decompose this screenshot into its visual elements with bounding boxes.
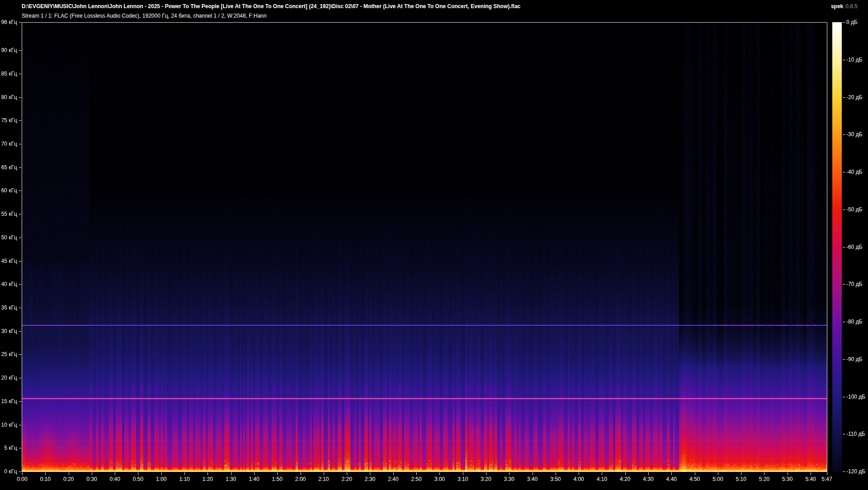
time-tick <box>161 472 162 475</box>
time-tick <box>811 472 811 475</box>
time-tick-label: 3:20 <box>481 476 491 482</box>
freq-tick <box>19 97 21 98</box>
freq-tick <box>19 401 21 402</box>
freq-tick <box>19 190 21 191</box>
freq-tick <box>19 284 21 285</box>
time-tick-label: 0:20 <box>63 476 74 482</box>
freq-tick <box>19 378 21 378</box>
time-tick-label: 5:47 <box>821 476 832 482</box>
time-tick <box>208 472 208 475</box>
freq-tick <box>19 214 21 214</box>
freq-tick <box>19 144 21 144</box>
db-tick <box>843 22 845 23</box>
time-tick <box>416 472 417 475</box>
freq-tick-label: 30 кГц <box>0 328 17 334</box>
time-tick-label: 4:50 <box>689 476 700 482</box>
freq-tick-label: 15 кГц <box>0 399 17 404</box>
freq-tick-label: 70 кГц <box>0 141 17 147</box>
time-tick <box>671 472 672 475</box>
time-tick-label: 4:00 <box>573 476 584 482</box>
freq-tick <box>19 425 21 425</box>
time-tick <box>533 472 533 475</box>
db-tick-label: -60 дБ <box>846 244 863 250</box>
time-tick-label: 3:10 <box>458 476 468 482</box>
time-tick-label: 3:30 <box>504 476 514 482</box>
time-tick-label: 5:40 <box>805 476 816 482</box>
time-tick-label: 0:50 <box>133 476 143 482</box>
freq-tick-label: 96 кГц <box>0 19 17 25</box>
time-tick <box>231 472 231 475</box>
time-tick-label: 1:20 <box>203 476 213 482</box>
time-tick-label: 3:00 <box>434 476 445 482</box>
time-tick <box>827 472 827 475</box>
db-tick <box>843 471 845 472</box>
time-tick-label: 2:40 <box>388 476 398 482</box>
db-tick <box>843 397 845 397</box>
freq-tick-label: 35 кГц <box>0 305 17 310</box>
time-tick <box>764 472 764 475</box>
freq-tick-label: 85 кГц <box>0 71 17 76</box>
time-tick <box>602 472 602 475</box>
time-tick <box>69 472 69 475</box>
time-tick <box>439 472 440 475</box>
time-tick <box>648 472 649 475</box>
freq-tick <box>19 354 21 355</box>
time-tick-label: 1:40 <box>249 476 259 482</box>
time-tick-label: 0:30 <box>86 476 97 482</box>
time-tick-label: 4:30 <box>643 476 653 482</box>
freq-tick <box>19 261 21 262</box>
freq-tick-label: 75 кГц <box>0 118 17 123</box>
freq-tick <box>19 74 21 74</box>
freq-tick-label: 5 кГц <box>0 445 17 451</box>
freq-tick-label: 10 кГц <box>0 422 17 428</box>
db-tick-label: -40 дБ <box>846 169 863 175</box>
app-name: spek <box>831 3 843 10</box>
time-tick-label: 3:50 <box>550 476 561 482</box>
app-version: 0.8.5 <box>845 3 858 10</box>
time-tick <box>788 472 788 475</box>
time-tick-label: 1:00 <box>156 476 166 482</box>
time-tick <box>579 472 579 475</box>
time-tick <box>718 472 718 475</box>
time-tick-label: 2:00 <box>295 476 306 482</box>
time-tick-label: 0:00 <box>17 476 27 482</box>
freq-tick <box>19 308 21 308</box>
time-tick-label: 2:20 <box>341 476 352 482</box>
db-tick <box>843 209 845 210</box>
time-tick-label: 5:20 <box>759 476 769 482</box>
freq-tick-label: 90 кГц <box>0 48 17 53</box>
freq-tick-label: 25 кГц <box>0 352 17 357</box>
db-tick-label: -100 дБ <box>846 394 865 400</box>
freq-tick-label: 0 кГц <box>0 469 17 474</box>
time-tick <box>370 472 370 475</box>
time-tick-label: 0:10 <box>40 476 51 482</box>
db-tick-label: -10 дБ <box>846 57 863 62</box>
db-tick <box>843 359 845 360</box>
spectrogram-plot <box>22 22 827 472</box>
freq-tick-label: 65 кГц <box>0 165 17 170</box>
db-tick <box>843 284 845 285</box>
time-tick <box>22 472 23 475</box>
freq-tick-label: 50 кГц <box>0 235 17 240</box>
time-tick-label: 4:10 <box>597 476 607 482</box>
db-tick-label: -120 дБ <box>846 469 865 474</box>
freq-tick <box>19 331 21 332</box>
time-tick <box>184 472 185 475</box>
time-tick <box>486 472 486 475</box>
time-tick <box>92 472 92 475</box>
time-tick <box>115 472 115 475</box>
time-tick-label: 2:10 <box>318 476 329 482</box>
time-tick <box>741 472 741 475</box>
freq-tick-label: 55 кГц <box>0 211 17 217</box>
time-tick <box>277 472 278 475</box>
db-tick <box>843 434 845 434</box>
time-tick-label: 5:00 <box>712 476 723 482</box>
time-tick <box>45 472 46 475</box>
time-tick <box>556 472 556 475</box>
time-tick-label: 1:30 <box>226 476 236 482</box>
time-tick <box>625 472 626 475</box>
freq-tick <box>19 120 21 121</box>
freq-tick-label: 40 кГц <box>0 281 17 287</box>
time-tick-label: 1:10 <box>179 476 189 482</box>
freq-tick <box>19 167 21 168</box>
